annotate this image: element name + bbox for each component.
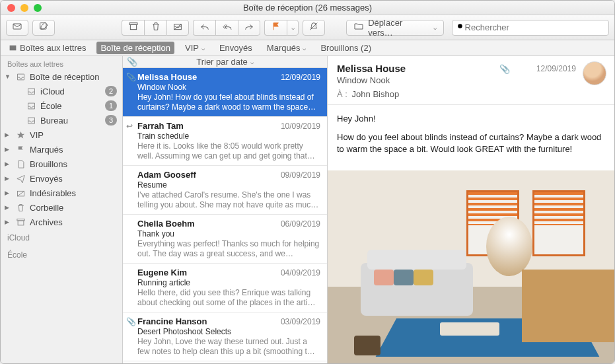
mute-button[interactable] xyxy=(303,20,325,36)
sender-avatar[interactable] xyxy=(583,61,606,85)
svg-rect-9 xyxy=(10,46,17,51)
message-preview: Hey John! How do you feel about blinds i… xyxy=(137,92,320,112)
sort-header[interactable]: 📎 Trier par date ⌵ xyxy=(123,56,327,68)
message-subject: Window Nook xyxy=(137,83,320,92)
attachment-icon: 📎 xyxy=(126,73,136,82)
reader-date: 12/09/2019 xyxy=(536,64,576,73)
message-row[interactable]: Eugene Kim04/09/2019Running articleHello… xyxy=(123,264,327,312)
sidebar-account-école[interactable]: École xyxy=(1,246,122,264)
sidebar-item-corbeille[interactable]: ▶Corbeille xyxy=(1,200,122,215)
forward-button[interactable] xyxy=(238,20,260,36)
sidebar-item-envoy-s[interactable]: ▶Envoyés xyxy=(1,171,122,186)
reader-subject: Window Nook xyxy=(337,75,605,85)
message-row[interactable]: Chella Boehm06/09/2019Thank youEverythin… xyxy=(123,215,327,264)
search-field[interactable] xyxy=(452,20,609,36)
sidebar-account-icloud[interactable]: iCloud xyxy=(1,229,122,246)
svg-point-7 xyxy=(458,24,462,28)
sidebar-item-bureau[interactable]: Bureau3 xyxy=(1,113,122,127)
sidebar-item-label: Corbeille xyxy=(30,203,117,213)
attachment-image[interactable] xyxy=(328,170,614,364)
chevron-down-icon: ⌵ xyxy=(201,45,205,52)
message-row[interactable]: 📎Francine Hanson03/09/2019Desert Photosh… xyxy=(123,312,327,361)
reader-header: Melissa House Window Nook À : John Bisho… xyxy=(328,56,614,105)
toolbar: ⌵ Déplacer vers… ⌵ xyxy=(1,15,614,40)
sidebar-item-bo-te-de-r-ception[interactable]: ▼Boîte de réception xyxy=(1,69,122,84)
disclosure-triangle-icon[interactable]: ▶ xyxy=(5,204,11,211)
fav-vip[interactable]: VIP⌵ xyxy=(181,42,209,54)
inbox-icon xyxy=(26,86,36,96)
message-row[interactable]: 📎Melissa House12/09/2019Window NookHey J… xyxy=(123,68,327,117)
sidebar-item-ind-sirables[interactable]: ▶Indésirables xyxy=(1,186,122,200)
message-date: 03/09/2019 xyxy=(281,317,320,326)
sidebar-header: Boîtes aux lettres xyxy=(1,56,122,69)
attachment-column-icon: 📎 xyxy=(127,57,137,67)
window-title: Boîte de réception (26 messages) xyxy=(1,3,614,13)
reply-all-button[interactable] xyxy=(215,20,238,36)
fav-drafts[interactable]: Brouillons (2) xyxy=(316,42,375,54)
sidebar-item-icloud[interactable]: iCloud2 xyxy=(1,84,122,98)
sidebar-item-archives[interactable]: ▶Archives xyxy=(1,215,122,229)
message-subject: Resume xyxy=(137,180,320,190)
disclosure-triangle-icon[interactable]: ▶ xyxy=(5,146,11,153)
chevron-down-icon: ⌵ xyxy=(291,24,295,31)
disclosure-triangle-icon[interactable]: ▶ xyxy=(5,219,11,225)
sidebar-item-label: Bureau xyxy=(40,116,101,126)
sidebar-item-label: Brouillons xyxy=(30,159,117,169)
archive-icon xyxy=(15,217,26,227)
archive-button[interactable] xyxy=(122,20,144,36)
disclosure-triangle-icon[interactable]: ▶ xyxy=(5,131,11,138)
message-sender: Chella Boehm xyxy=(137,219,195,229)
sidebar-item-vip[interactable]: ▶VIP xyxy=(1,127,122,142)
folder-icon xyxy=(353,21,364,34)
message-date: 09/09/2019 xyxy=(281,170,320,180)
fav-mailboxes[interactable]: Boîtes aux lettres xyxy=(5,42,90,54)
message-list: 📎 Trier par date ⌵ 📎Melissa House12/09/2… xyxy=(123,56,328,364)
message-sender: Adam Gooseff xyxy=(137,170,196,180)
sidebar-item-brouillons[interactable]: ▶Brouillons xyxy=(1,157,122,171)
get-mail-button[interactable] xyxy=(6,20,28,36)
flag-dropdown-button[interactable]: ⌵ xyxy=(287,20,299,36)
sidebar: Boîtes aux lettres ▼Boîte de réceptioniC… xyxy=(1,56,123,364)
fav-inbox[interactable]: Boîte de réception xyxy=(96,42,174,54)
trash-icon xyxy=(151,21,161,34)
disclosure-triangle-icon[interactable]: ▶ xyxy=(5,190,11,196)
disclosure-triangle-icon[interactable]: ▶ xyxy=(5,161,11,167)
message-row[interactable]: Adam Gooseff09/09/2019ResumeI've attache… xyxy=(123,166,327,215)
message-sender: Francine Hanson xyxy=(137,316,207,326)
delete-button[interactable] xyxy=(144,20,166,36)
fav-flagged[interactable]: Marqués⌵ xyxy=(263,42,310,54)
disclosure-triangle-icon[interactable]: ▼ xyxy=(5,73,11,80)
svg-line-5 xyxy=(174,24,182,30)
sidebar-item-label: VIP xyxy=(30,130,117,140)
star-icon xyxy=(15,129,26,140)
compose-icon xyxy=(38,21,49,34)
reply-button[interactable] xyxy=(193,20,215,36)
message-date: 12/09/2019 xyxy=(281,73,320,82)
message-subject: Desert Photoshoot Selects xyxy=(137,327,320,336)
sidebar-item--cole[interactable]: École1 xyxy=(1,98,122,113)
message-preview: Here it is. Looks like the 8:05 would wo… xyxy=(137,141,320,161)
message-subject: Thank you xyxy=(137,229,320,238)
search-input[interactable] xyxy=(465,22,604,32)
flag-button[interactable] xyxy=(264,20,287,36)
junk-button[interactable] xyxy=(166,20,189,36)
sidebar-item-marqu-s[interactable]: ▶Marqués xyxy=(1,142,122,157)
titlebar: Boîte de réception (26 messages) xyxy=(1,1,614,15)
chevron-down-icon: ⌵ xyxy=(250,59,254,65)
move-to-button[interactable]: Déplacer vers… ⌵ xyxy=(346,20,443,36)
message-row[interactable]: ↩︎Farrah Tam10/09/2019Train scheduleHere… xyxy=(123,117,327,166)
message-sender: Eugene Kim xyxy=(137,268,187,277)
inbox-icon xyxy=(15,71,26,82)
disclosure-triangle-icon[interactable]: ▶ xyxy=(5,175,11,182)
message-row[interactable]: Anthony Ashcroft02/09/2019AppointmentYou… xyxy=(123,361,327,364)
flag-icon xyxy=(271,21,281,34)
svg-rect-0 xyxy=(13,24,21,29)
reader-to: À : John Bishop xyxy=(337,89,605,99)
fav-sent[interactable]: Envoyés xyxy=(215,42,256,54)
archive-icon xyxy=(128,21,139,34)
flag-icon xyxy=(15,144,26,155)
message-preview: Hello there, did you see this? Enrique w… xyxy=(137,288,320,308)
compose-button[interactable] xyxy=(32,20,55,36)
svg-line-12 xyxy=(17,191,24,196)
message-subject: Running article xyxy=(137,278,320,287)
